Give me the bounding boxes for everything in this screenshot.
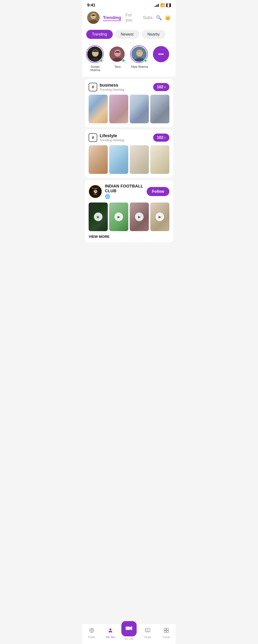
story-name-gunjan: Gunjan Sharma [86, 65, 104, 72]
hashtag-image-1[interactable] [89, 95, 108, 123]
chats-icon [145, 628, 151, 635]
play-icon-3[interactable]: ▶ [135, 212, 144, 221]
bottom-nav: Public For You Go Live [82, 624, 176, 644]
globe-icon: 🌐 [105, 194, 144, 199]
filter-trending[interactable]: Trending [86, 30, 113, 39]
status-icons: 📶 ▉ [155, 3, 171, 8]
filter-newest[interactable]: Newest [115, 30, 139, 39]
story-item-aliya[interactable]: Aliya Sharma [131, 46, 148, 72]
video-thumb-4[interactable]: ▶ [150, 202, 169, 231]
search-icon[interactable]: 🔍 [156, 15, 162, 20]
story-item-tanu[interactable]: Tanu [109, 46, 126, 72]
story-name-aliya: Aliya Sharma [131, 65, 148, 68]
lifestyle-image-1[interactable] [89, 145, 108, 174]
go-live-button[interactable] [121, 621, 137, 636]
play-icon-1[interactable]: ▶ [94, 212, 102, 221]
story-item-more[interactable]: ••• [153, 46, 170, 72]
online-dot-tanu [122, 59, 125, 62]
club-logo-img: WINDY ⚽ city [89, 185, 102, 198]
nav-tab-go-live[interactable]: Go Live [120, 626, 138, 640]
wifi-icon: 📶 [160, 3, 165, 8]
nav-label-go-live: Go Live [124, 637, 134, 640]
nav-tab-chats[interactable]: Chats [138, 628, 157, 638]
online-dot-gunjan [100, 59, 103, 62]
lifestyle-image-4[interactable] [150, 145, 169, 174]
hashtag-header-lifestyle: # Lifestyle Trending Hashtag 102 › [89, 133, 169, 142]
svg-point-3 [91, 13, 96, 18]
hashtag-count-business[interactable]: 102 › [153, 83, 169, 91]
hashtag-count-lifestyle[interactable]: 102 › [153, 134, 169, 142]
feeds-icon [163, 628, 169, 635]
header-nav: Trending For you Subs [103, 13, 153, 23]
club-card: WINDY ⚽ city INDIAN FOOTBALL CLUB 🌐 Foll… [85, 180, 173, 242]
nav-label-feeds: Feeds [163, 636, 170, 638]
hashtag-left-business: # business Trending Hashtag [89, 83, 124, 91]
svg-marker-20 [130, 626, 132, 630]
video-thumb-3[interactable]: ▶ [130, 202, 149, 231]
nav-trending[interactable]: Trending [103, 15, 121, 20]
club-logo: WINDY ⚽ city [89, 185, 102, 198]
video-thumb-1[interactable]: ▶ [89, 202, 108, 231]
hashtag-title-lifestyle: Lifestyle [100, 133, 124, 138]
svg-point-18 [109, 628, 111, 630]
video-grid: ▶ ▶ ▶ ▶ [89, 202, 169, 231]
filter-nearby[interactable]: Nearby [142, 30, 166, 39]
svg-rect-24 [164, 628, 166, 630]
svg-rect-27 [167, 631, 168, 632]
hashtag-symbol-lifestyle: # [89, 133, 97, 142]
nav-subs[interactable]: Subs [143, 15, 153, 20]
club-info: INDIAN FOOTBALL CLUB 🌐 [105, 184, 144, 199]
hashtag-title-business: business [100, 83, 124, 88]
nav-for-you[interactable]: For you [125, 13, 139, 23]
svg-rect-25 [167, 628, 168, 630]
hashtag-text-business: business Trending Hashtag [100, 83, 124, 91]
online-dot-aliya [144, 59, 147, 62]
svg-point-17 [90, 628, 94, 632]
follow-button[interactable]: Follow [147, 187, 169, 196]
club-name: INDIAN FOOTBALL CLUB [105, 184, 144, 194]
more-stories-btn[interactable]: ••• [153, 46, 169, 62]
hashtag-text-lifestyle: Lifestyle Trending Hashtag [100, 133, 124, 142]
hashtag-image-3[interactable] [130, 95, 149, 123]
hashtag-image-2[interactable] [109, 95, 128, 123]
svg-rect-21 [145, 628, 150, 632]
nav-label-for-you: For You [106, 636, 115, 638]
svg-rect-19 [126, 626, 130, 630]
hashtag-card-business: # business Trending Hashtag 102 › [85, 79, 173, 127]
nav-label-chats: Chats [144, 636, 151, 638]
hashtag-subtitle-lifestyle: Trending Hashtag [100, 138, 124, 142]
hashtag-left-lifestyle: # Lifestyle Trending Hashtag [89, 133, 124, 142]
hashtag-card-lifestyle: # Lifestyle Trending Hashtag 102 › [85, 130, 173, 178]
main-content: # business Trending Hashtag 102 › [82, 79, 176, 268]
lifestyle-image-3[interactable] [130, 145, 149, 174]
story-name-tanu: Tanu [114, 65, 121, 68]
nav-tab-public[interactable]: Public [82, 628, 101, 638]
svg-rect-26 [164, 631, 166, 632]
for-you-icon [107, 628, 113, 635]
hashtag-image-4[interactable] [150, 95, 169, 123]
svg-point-12 [115, 50, 120, 56]
avatar[interactable] [87, 12, 100, 24]
play-icon-4[interactable]: ▶ [156, 212, 164, 221]
story-item-gunjan[interactable]: Gunjan Sharma [86, 46, 104, 72]
battery-icon: ▉ [166, 3, 171, 7]
stories-section: Gunjan Sharma Tanu [82, 43, 176, 76]
crown-icon[interactable]: 👑 [165, 15, 171, 20]
video-thumb-2[interactable]: ▶ [109, 202, 128, 231]
hashtag-header-business: # business Trending Hashtag 102 › [89, 83, 169, 91]
play-icon-2[interactable]: ▶ [114, 212, 123, 221]
club-header: WINDY ⚽ city INDIAN FOOTBALL CLUB 🌐 Foll… [89, 184, 169, 199]
nav-tab-feeds[interactable]: Feeds [157, 628, 176, 638]
nav-tab-for-you[interactable]: For You [101, 628, 120, 638]
signal-icon [155, 4, 159, 7]
nav-label-public: Public [88, 636, 95, 638]
hashtag-subtitle-business: Trending Hashtag [100, 88, 124, 91]
hashtag-symbol-business: # [89, 83, 97, 91]
status-time: 9:41 [87, 3, 95, 8]
view-more-button[interactable]: VIEW MORE [89, 234, 169, 238]
camera-icon [126, 625, 132, 632]
hashtag-images-lifestyle [89, 145, 169, 174]
public-icon [89, 628, 95, 635]
lifestyle-image-2[interactable] [109, 145, 128, 174]
filter-section: Trending Newest Nearby [82, 28, 176, 43]
